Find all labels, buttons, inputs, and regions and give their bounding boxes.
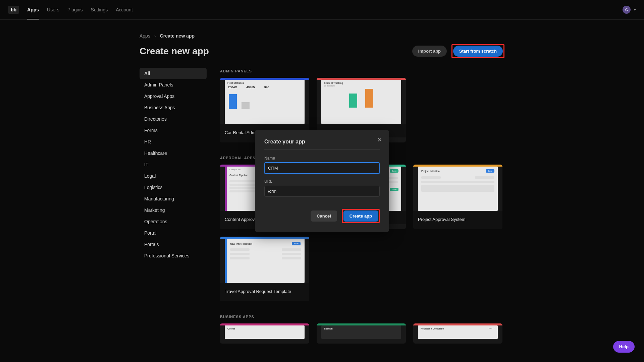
category-portal[interactable]: Portal [140, 227, 207, 239]
category-healthcare[interactable]: Healthcare [140, 147, 207, 159]
nav-users[interactable]: Users [47, 0, 59, 19]
nav-account[interactable]: Account [116, 0, 133, 19]
preview-title: New Travel Request [230, 243, 252, 245]
preview-meta: Tier 1.0 [488, 327, 495, 330]
nav-settings[interactable]: Settings [91, 0, 108, 19]
close-icon[interactable]: ✕ [377, 137, 382, 143]
preview-title: Register a Complaint [421, 327, 444, 330]
category-portals[interactable]: Portals [140, 239, 207, 250]
url-field-label: URL [264, 179, 380, 184]
category-directories[interactable]: Directories [140, 113, 207, 125]
preview-field [230, 257, 250, 259]
import-app-button[interactable]: Import app [412, 46, 447, 57]
preview-field [230, 248, 250, 251]
category-all[interactable]: All [140, 68, 207, 79]
category-admin-panels[interactable]: Admin Panels [140, 79, 207, 90]
page-title: Create new app [140, 46, 209, 57]
category-forms[interactable]: Forms [140, 125, 207, 136]
preview-subtitle: 09 Sessions [321, 85, 401, 88]
category-manufacturing[interactable]: Manufacturing [140, 193, 207, 204]
card-label: Travel Approval Request Template [220, 283, 309, 301]
preview-button: Save [292, 242, 301, 245]
url-input[interactable] [264, 186, 380, 197]
category-business-apps[interactable]: Business Apps [140, 102, 207, 113]
preview-title: Fleet Statistics [225, 80, 305, 85]
preview-title: Clients [225, 325, 305, 330]
annotation-highlight: Start from scratch [451, 44, 504, 58]
preview-button: Save [390, 169, 398, 173]
preview-button: Save [390, 188, 398, 191]
preview-button: Save [486, 169, 494, 173]
category-approval-apps[interactable]: Approval Apps [140, 90, 207, 102]
chevron-right-icon: › [154, 33, 156, 39]
create-app-modal: ✕ Create your app Name URL Cancel Create… [255, 130, 389, 232]
preview-bar [365, 89, 373, 108]
preview-sidebar [225, 167, 227, 211]
user-menu[interactable]: G ▾ [623, 6, 636, 14]
card-preview: Project Initiation Save [418, 167, 498, 211]
chevron-down-icon: ▾ [634, 7, 636, 12]
preview-field [421, 185, 494, 192]
card-preview: Fleet Statistics 2584C 49965 348 [225, 80, 305, 124]
card-label: Project Approval System [413, 211, 502, 229]
topbar: bb Apps Users Plugins Settings Account G… [0, 0, 644, 20]
preview-title: Beadon [321, 325, 401, 330]
preview-title: Student Tracking [321, 80, 401, 85]
template-card[interactable]: New Travel Request Save Travel Approval … [220, 237, 309, 301]
name-field-label: Name [264, 156, 380, 161]
preview-field [282, 248, 301, 251]
preview-bar [349, 94, 357, 108]
section-business-apps: BUSINESS APPS [220, 315, 504, 319]
avatar: G [623, 6, 631, 14]
section-admin-panels: ADMIN PANELS [220, 69, 504, 73]
start-from-scratch-button[interactable]: Start from scratch [453, 46, 503, 57]
preview-field [282, 257, 301, 259]
category-hr[interactable]: HR [140, 136, 207, 147]
modal-title: Create your app [264, 139, 380, 150]
nav-plugins[interactable]: Plugins [67, 0, 83, 19]
category-it[interactable]: IT [140, 159, 207, 170]
breadcrumb-root[interactable]: Apps [140, 33, 150, 39]
help-button[interactable]: Help [613, 341, 635, 353]
preview-field [282, 253, 301, 255]
category-operations[interactable]: Operations [140, 216, 207, 227]
preview-stat: 348 [264, 85, 269, 89]
category-professional-services[interactable]: Professional Services [140, 250, 207, 261]
preview-bar [241, 102, 250, 109]
preview-stat: 2584C [228, 85, 237, 89]
breadcrumb-current: Create new app [160, 33, 195, 39]
create-app-button[interactable]: Create app [343, 210, 378, 222]
template-card[interactable]: Clients [220, 323, 309, 344]
preview-sidebar [225, 239, 227, 283]
card-preview: Student Tracking 09 Sessions [321, 80, 401, 124]
name-input[interactable] [264, 163, 380, 174]
preview-field [230, 253, 250, 255]
brand-logo[interactable]: bb [8, 6, 19, 14]
annotation-highlight: Create app [342, 209, 380, 223]
preview-bar [229, 94, 237, 109]
card-preview: Clients [225, 325, 305, 339]
template-card[interactable]: Register a Complaint Tier 1.0 [413, 323, 502, 344]
preview-title: Project Initiation [421, 170, 440, 172]
card-preview: Beadon [321, 325, 401, 339]
preview-stat: 49965 [247, 85, 255, 89]
preview-field [475, 176, 494, 179]
breadcrumb: Apps › Create new app [140, 33, 504, 39]
template-card[interactable]: Beadon [317, 323, 406, 344]
cancel-button[interactable]: Cancel [311, 210, 337, 222]
nav-apps[interactable]: Apps [27, 0, 39, 19]
primary-nav: Apps Users Plugins Settings Account [27, 0, 623, 19]
card-preview: New Travel Request Save [225, 239, 305, 283]
preview-field [421, 176, 441, 179]
card-preview: Register a Complaint Tier 1.0 [418, 325, 498, 339]
category-legal[interactable]: Legal [140, 170, 207, 182]
category-sidebar: All Admin Panels Approval Apps Business … [140, 68, 207, 357]
category-logistics[interactable]: Logistics [140, 182, 207, 193]
preview-field [421, 181, 494, 183]
template-card[interactable]: Project Initiation Save Project Approval… [413, 165, 502, 229]
category-marketing[interactable]: Marketing [140, 204, 207, 216]
